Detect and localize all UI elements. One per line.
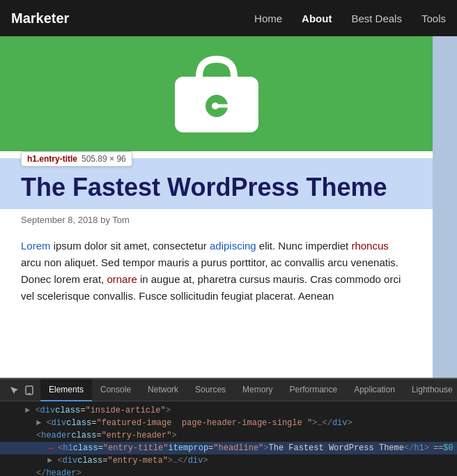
tooltip-dims: 505.89 × 96 — [82, 154, 126, 164]
devtools-panel: Elements Console Network Sources Memory … — [0, 378, 457, 476]
tab-elements[interactable]: Elements — [40, 379, 92, 401]
code-line-3: <header class="entry-header" > — [0, 429, 457, 442]
element-tooltip: h1.entry-title 505.89 × 96 — [21, 151, 132, 167]
nav-best-deals[interactable]: Best Deals — [351, 13, 402, 24]
code-line-6: </header> — [0, 467, 457, 476]
tab-memory[interactable]: Memory — [234, 379, 281, 401]
code-line-1: ► <div class="inside-article" > — [0, 404, 457, 417]
nav-about[interactable]: About — [302, 13, 332, 24]
devtools-tabs: Elements Console Network Sources Memory … — [0, 379, 457, 401]
lorem-link[interactable]: Lorem — [21, 240, 51, 252]
code-line-2: ► <div class="featured-image page-header… — [0, 417, 457, 429]
adipiscing-link[interactable]: adipiscing — [210, 240, 256, 252]
article-body: Lorem ipsum dolor sit amet, consectetur … — [0, 231, 433, 312]
right-sidebar — [433, 36, 457, 378]
svg-rect-5 — [28, 393, 31, 394]
svg-point-3 — [212, 102, 219, 109]
arrow-icon: → — [47, 443, 54, 454]
mobile-icon[interactable] — [24, 385, 35, 396]
article-body-text: Lorem ipsum dolor sit amet, consectetur … — [21, 240, 401, 302]
tab-console[interactable]: Console — [92, 379, 139, 401]
hero-image: h1.entry-title 505.89 × 96 — [0, 36, 433, 151]
content-area: h1.entry-title 505.89 × 96 The Fastest W… — [0, 36, 457, 378]
tab-performance[interactable]: Performance — [281, 379, 346, 401]
ornare-link[interactable]: ornare — [107, 273, 137, 285]
devtools-code-content: ► <div class="inside-article" > ► <div c… — [0, 401, 457, 476]
devtools-left-icons — [3, 385, 40, 396]
nav-bar: Marketer Home About Best Deals Tools — [0, 0, 457, 36]
bag-icon-wrap — [161, 49, 272, 139]
article-meta: September 8, 2018 by Tom — [0, 209, 433, 231]
tab-application[interactable]: Application — [346, 379, 403, 401]
bag-icon — [161, 49, 272, 139]
tab-network[interactable]: Network — [139, 379, 187, 401]
page-content: h1.entry-title 505.89 × 96 The Fastest W… — [0, 36, 433, 378]
code-line-5: ► <div class="entry-meta" >…</div> — [0, 454, 457, 467]
tab-sources[interactable]: Sources — [187, 379, 234, 401]
tooltip-tag: h1.entry-title — [27, 154, 77, 164]
rhoncus-link[interactable]: rhoncus — [351, 240, 388, 252]
tab-lighthouse[interactable]: Lighthouse — [403, 379, 457, 401]
cursor-icon[interactable] — [8, 385, 20, 396]
code-line-4-highlighted: → <h1 class="entry-title" itemprop="head… — [0, 442, 457, 454]
article-title: The Fastest WordPress Theme — [21, 172, 412, 202]
nav-tools[interactable]: Tools — [421, 13, 446, 24]
nav-links: Home About Best Deals Tools — [254, 13, 446, 24]
dollar-zero: $0 — [443, 443, 453, 453]
site-logo: Marketer — [11, 10, 69, 26]
nav-home[interactable]: Home — [254, 13, 282, 24]
